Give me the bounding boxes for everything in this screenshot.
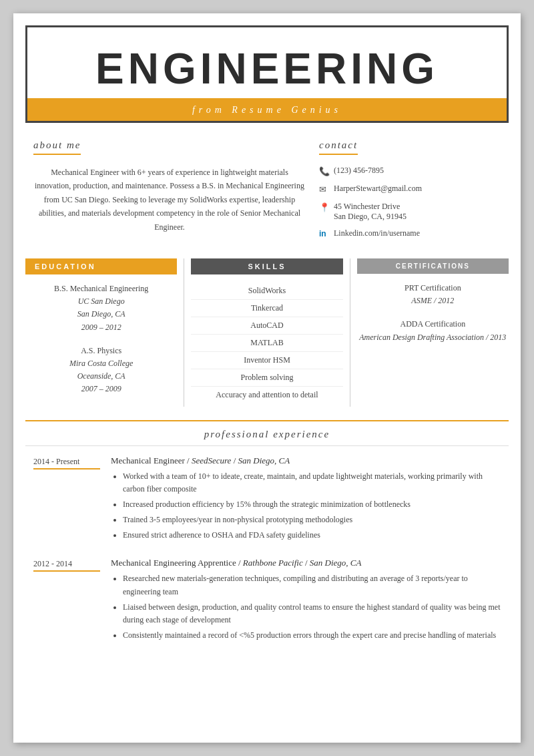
- email-icon: ✉: [319, 184, 334, 195]
- contact-email: ✉ HarperStewart@gmail.com: [319, 184, 501, 195]
- skill-item: Tinkercad: [191, 300, 342, 317]
- skill-item: AutoCAD: [191, 317, 342, 335]
- phone-icon: 📞: [319, 166, 334, 177]
- certifications-column: CERTIFICATIONS PRT Certification ASME / …: [350, 258, 509, 407]
- resume-header: ENGINEERING from Resume Genius: [25, 25, 509, 123]
- exp-date-2: 2012 - 2014: [33, 558, 100, 572]
- contact-phone: 📞 (123) 456-7895: [319, 166, 501, 177]
- bullet-item: Trained 3-5 employees/year in non-physic…: [123, 514, 501, 526]
- bullet-item: Ensured strict adherence to OSHA and FDA…: [123, 529, 501, 542]
- three-column-section: EDUCATION B.S. Mechanical Engineering UC…: [13, 258, 521, 420]
- about-contact-section: about me Mechanical Engineer with 6+ yea…: [13, 123, 521, 258]
- bullet-item: Increased production efficiency by 15% t…: [123, 498, 501, 511]
- education-header: EDUCATION: [25, 258, 177, 274]
- resume-subtitle-bar: from Resume Genius: [27, 98, 507, 121]
- bullet-item: Liaised between design, production, and …: [123, 601, 501, 626]
- skill-item: Problem solving: [191, 369, 342, 387]
- skill-item: MATLAB: [191, 335, 342, 352]
- bullet-item: Researched new materials-generation tech…: [123, 572, 501, 598]
- about-label: about me: [33, 140, 81, 155]
- prof-exp-label: professional experience: [204, 429, 330, 443]
- experience-entry-2: 2012 - 2014 Mechanical Engineering Appre…: [33, 558, 501, 644]
- skills-header: SKILLS: [191, 258, 342, 274]
- exp-title-2: Mechanical Engineering Apprentice / Rath…: [111, 558, 501, 568]
- contact-column: contact 📞 (123) 456-7895 ✉ HarperStewart…: [319, 139, 501, 245]
- exp-content-2: Mechanical Engineering Apprentice / Rath…: [111, 558, 501, 644]
- contact-address: 📍 45 Winchester Drive San Diego, CA, 919…: [319, 202, 501, 222]
- bullet-item: Consistently maintained a record of <%5 …: [123, 629, 501, 642]
- professional-experience-header: professional experience: [25, 420, 509, 443]
- edu-entry-1: B.S. Mechanical Engineering UC San Diego…: [25, 282, 177, 334]
- about-column: about me Mechanical Engineer with 6+ yea…: [33, 139, 306, 245]
- cert-entry-1: PRT Certification ASME / 2012: [357, 282, 509, 307]
- exp-title-1: Mechanical Engineer / SeedSecure / San D…: [111, 455, 501, 466]
- experience-entry-1: 2014 - Present Mechanical Engineer / See…: [33, 455, 501, 545]
- contact-list: 📞 (123) 456-7895 ✉ HarperStewart@gmail.c…: [319, 166, 501, 238]
- exp-bullets-2: Researched new materials-generation tech…: [111, 572, 501, 642]
- exp-content-1: Mechanical Engineer / SeedSecure / San D…: [111, 455, 501, 545]
- location-icon: 📍: [319, 202, 334, 213]
- skill-item: Inventor HSM: [191, 352, 342, 369]
- cert-entry-2: ADDA Certification American Design Draft…: [357, 318, 509, 343]
- resume-subtitle: from Resume Genius: [192, 105, 342, 115]
- edu-entry-2: A.S. Physics Mira Costa College Oceansid…: [25, 345, 177, 396]
- bullet-item: Worked with a team of 10+ to ideate, cre…: [123, 470, 501, 496]
- contact-label: contact: [319, 140, 358, 155]
- linkedin-icon: in: [319, 229, 334, 238]
- skill-item: Accuracy and attention to detail: [191, 387, 342, 403]
- resume-title: ENGINEERING: [54, 47, 480, 90]
- exp-date-1: 2014 - Present: [33, 455, 100, 469]
- skill-item: SolidWorks: [191, 282, 342, 300]
- exp-bullets-1: Worked with a team of 10+ to ideate, cre…: [111, 470, 501, 542]
- skills-column: SKILLS SolidWorks Tinkercad AutoCAD MATL…: [184, 258, 350, 407]
- resume-document: ENGINEERING from Resume Genius about me …: [13, 13, 521, 743]
- contact-linkedin: in Linkedin.com/in/username: [319, 228, 501, 238]
- certifications-header: CERTIFICATIONS: [357, 258, 509, 274]
- skills-list: SolidWorks Tinkercad AutoCAD MATLAB Inve…: [191, 282, 342, 403]
- education-column: EDUCATION B.S. Mechanical Engineering UC…: [25, 258, 184, 407]
- about-text: Mechanical Engineer with 6+ years of exp…: [33, 166, 306, 234]
- experience-section: 2014 - Present Mechanical Engineer / See…: [13, 446, 521, 672]
